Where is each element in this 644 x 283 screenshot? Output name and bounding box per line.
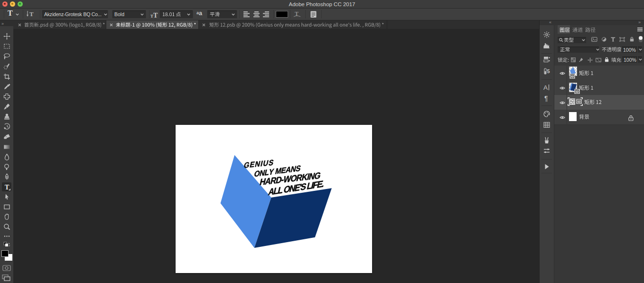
svg-text:¶: ¶	[544, 94, 548, 102]
svg-text:A: A	[543, 84, 548, 91]
svg-text:5: 5	[547, 68, 550, 74]
